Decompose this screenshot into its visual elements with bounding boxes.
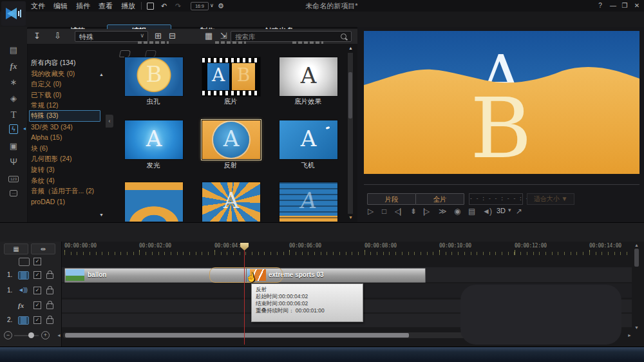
preview-window-button[interactable]: ▤ [468,207,475,216]
timeline-scroll-up-icon[interactable]: ▲ [634,243,639,247]
category-audio[interactable]: 音频（适用于音... (2) [31,186,98,196]
3d-caret-icon[interactable]: ▾ [508,207,511,213]
category-block[interactable]: 块 (6) [31,144,98,153]
media-room-icon[interactable]: ▤ [0,45,27,55]
category-general[interactable]: 常规 (12) [31,100,98,110]
import-media-icon[interactable]: ↧ [33,31,41,41]
thumbnail-size-icon[interactable]: ⇲ [220,31,227,41]
transition-thumbnail[interactable]: A B [202,57,261,97]
particle-room-icon[interactable]: ◈ [0,93,27,103]
audio-mixing-room-icon[interactable]: ▣ [0,141,27,151]
menu-edit[interactable]: 编辑 [50,0,71,12]
search-input[interactable] [234,32,339,42]
collapse-panel-button[interactable]: ‹ [106,115,113,128]
undo-icon[interactable]: ↶ [161,0,167,12]
settings-gear-icon[interactable]: ⚙ [218,0,224,12]
zoom-out-button[interactable]: − [4,331,12,339]
video2-enable-checkbox[interactable]: ✓ [33,316,41,324]
transition-thumbnail[interactable]: A [279,57,338,97]
zoom-slider-thumb[interactable] [28,332,34,338]
category-all[interactable]: 所有内容 (134) [31,58,98,68]
transition-thumbnail-selected[interactable]: A [202,120,261,160]
grid-scrollbar-thumb[interactable] [348,72,352,119]
next-frame-button[interactable]: |▷ [423,207,428,216]
transition-thumbnail-partial[interactable]: A [202,182,261,222]
video2-lock-icon[interactable] [46,318,53,324]
stop-button[interactable]: □ [382,207,386,216]
category-alpha[interactable]: Alpha (15) [31,133,98,142]
timeline-vscroll-thumb[interactable] [634,249,639,267]
timeline-scroll-right-icon[interactable]: ► [627,333,632,338]
snapshot-button[interactable]: ◉ [454,207,460,216]
fit-timeline-button[interactable]: ⇹ [31,243,55,254]
audio1-enable-checkbox[interactable]: ✓ [33,287,41,294]
search-icon[interactable] [341,33,346,39]
category-special[interactable]: 特殊 (33) [31,111,98,120]
pip-objects-room-icon[interactable]: ∗ [0,77,27,87]
menu-play[interactable]: 播放 [117,0,139,12]
fx-lock-icon[interactable] [46,303,53,309]
transition-thumbnail[interactable]: A [124,120,184,160]
master-track-checkbox[interactable]: ✓ [33,258,41,265]
close-button[interactable]: ✕ [632,0,642,12]
effect-room-icon[interactable]: fx [0,61,27,71]
help-button[interactable]: ? [595,0,605,12]
audio1-lock-icon[interactable] [46,289,53,294]
previous-frame-button[interactable]: ◁| [395,207,400,216]
minimize-button[interactable]: — [608,0,618,12]
chapter-room-icon[interactable]: 123 [0,173,27,182]
undock-button[interactable]: ↗ [516,207,522,216]
subtitle-room-icon[interactable]: ⋯ [0,187,27,196]
aspect-caret-icon[interactable]: ∨ [210,0,214,12]
new-folder-icon[interactable]: ⊞ [155,31,162,41]
video1-lock-icon[interactable] [46,273,53,279]
list-scroll-down-icon[interactable]: ▼ [99,213,104,217]
timeline-scroll-left-icon[interactable]: ◄ [57,333,61,338]
menu-view[interactable]: 查看 [95,0,117,12]
save-icon[interactable] [147,3,154,10]
timeline-scroll-down-icon[interactable]: ▼ [634,325,639,330]
category-filter-dropdown[interactable]: 特殊 ∨ [75,31,148,42]
menu-plugins[interactable]: 插件 [72,0,94,12]
title-room-icon[interactable]: T [0,110,27,120]
play-button[interactable]: ▷ [368,207,374,216]
restore-button[interactable]: ❐ [620,0,630,12]
transition-thumbnail-partial[interactable] [124,182,184,222]
category-3d[interactable]: 3D/类 3D (34) [31,122,98,132]
timecode-display[interactable]: - - : - - : - - : - - [469,193,523,205]
video-track-icon [18,316,29,325]
grid-scroll-up-icon[interactable]: ▲ [348,46,353,50]
3d-mode-button[interactable]: 3D [497,207,506,214]
voiceover-room-icon[interactable]: Ψ [0,157,27,167]
category-rotate[interactable]: 旋转 (3) [31,165,98,175]
category-custom[interactable]: 自定义 (0) [31,79,98,89]
library-search-box[interactable] [231,31,352,42]
thumbnail-label: 底片效果 [278,97,337,106]
fast-forward-button[interactable]: ≫ [439,207,447,216]
list-scroll-up-icon[interactable]: ▲ [99,72,104,77]
category-downloaded[interactable]: 已下载 (0) [31,90,98,100]
category-geometric[interactable]: 几何图形 (24) [31,154,98,164]
category-prodad[interactable]: proDAD (1) [31,197,98,207]
transition-thumbnail[interactable]: B [124,57,184,97]
fx-enable-checkbox[interactable]: ✓ [33,301,41,309]
timeline-hscroll-thumb[interactable] [65,333,409,338]
grid-view-icon[interactable]: ▦ [205,31,213,41]
ruler-label: 00:00:06:00 [289,243,321,249]
transition-thumbnail-partial[interactable]: A [279,182,338,222]
aspect-ratio-selector[interactable]: 16:9 [191,2,209,10]
category-stripes[interactable]: 条纹 (4) [31,176,98,186]
transition-thumbnail[interactable]: A [279,120,338,160]
grid-scroll-down-icon[interactable]: ▼ [348,215,353,220]
video1-enable-checkbox[interactable]: ✓ [33,271,41,279]
movie-mode-button[interactable]: 全片 [415,193,464,205]
step-button[interactable]: ⇟ [410,207,417,216]
clip-mode-button[interactable]: 片段 [367,193,416,205]
zoom-in-button[interactable]: + [41,331,50,339]
ruler-minor-ticks[interactable] [64,252,631,255]
menu-file[interactable]: 文件 [27,0,49,12]
track-manager-button[interactable]: ▦ [4,243,28,254]
zoom-slider-track[interactable] [14,335,39,336]
category-favorites[interactable]: 我的收藏夹 (0) [31,69,98,79]
volume-button[interactable]: ◄) [482,207,491,216]
